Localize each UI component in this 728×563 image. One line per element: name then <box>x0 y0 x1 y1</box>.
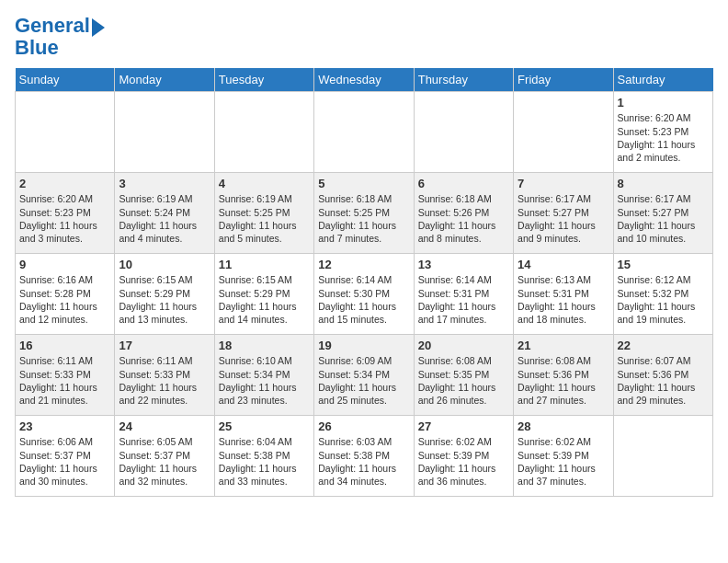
day-number: 5 <box>318 177 409 190</box>
calendar-cell: 8Sunrise: 6:17 AM Sunset: 5:27 PM Daylig… <box>613 173 712 254</box>
calendar-cell: 9Sunrise: 6:16 AM Sunset: 5:28 PM Daylig… <box>16 254 115 335</box>
calendar-cell: 21Sunrise: 6:08 AM Sunset: 5:36 PM Dayli… <box>514 335 613 416</box>
calendar-cell: 4Sunrise: 6:19 AM Sunset: 5:25 PM Daylig… <box>214 173 313 254</box>
day-info: Sunrise: 6:09 AM Sunset: 5:34 PM Dayligh… <box>318 354 409 407</box>
day-number: 24 <box>119 419 210 433</box>
calendar-cell: 27Sunrise: 6:02 AM Sunset: 5:39 PM Dayli… <box>414 416 513 497</box>
calendar-cell: 12Sunrise: 6:14 AM Sunset: 5:30 PM Dayli… <box>314 254 414 335</box>
logo-text: General <box>15 15 90 37</box>
calendar-cell: 15Sunrise: 6:12 AM Sunset: 5:32 PM Dayli… <box>613 254 712 335</box>
calendar-cell: 26Sunrise: 6:03 AM Sunset: 5:38 PM Dayli… <box>314 416 414 497</box>
calendar-cell: 25Sunrise: 6:04 AM Sunset: 5:38 PM Dayli… <box>214 416 313 497</box>
day-number: 15 <box>618 258 709 271</box>
calendar-cell <box>214 92 313 173</box>
day-number: 4 <box>219 177 310 190</box>
calendar-header-row: SundayMondayTuesdayWednesdayThursdayFrid… <box>16 68 713 92</box>
calendar-cell: 5Sunrise: 6:18 AM Sunset: 5:25 PM Daylig… <box>314 173 414 254</box>
day-info: Sunrise: 6:02 AM Sunset: 5:39 PM Dayligh… <box>418 435 509 488</box>
day-info: Sunrise: 6:08 AM Sunset: 5:36 PM Dayligh… <box>518 354 609 407</box>
day-number: 16 <box>19 339 110 352</box>
col-header-wednesday: Wednesday <box>314 68 414 92</box>
calendar-cell: 11Sunrise: 6:15 AM Sunset: 5:29 PM Dayli… <box>214 254 313 335</box>
calendar-cell <box>514 92 613 173</box>
day-number: 20 <box>418 339 509 352</box>
day-info: Sunrise: 6:16 AM Sunset: 5:28 PM Dayligh… <box>19 273 110 326</box>
col-header-tuesday: Tuesday <box>214 68 313 92</box>
calendar-cell: 14Sunrise: 6:13 AM Sunset: 5:31 PM Dayli… <box>514 254 613 335</box>
calendar-cell <box>613 416 712 497</box>
calendar-cell: 20Sunrise: 6:08 AM Sunset: 5:35 PM Dayli… <box>414 335 513 416</box>
calendar-cell: 18Sunrise: 6:10 AM Sunset: 5:34 PM Dayli… <box>214 335 313 416</box>
day-info: Sunrise: 6:13 AM Sunset: 5:31 PM Dayligh… <box>518 273 609 326</box>
page-header: General Blue <box>15 15 713 59</box>
calendar-cell <box>16 92 115 173</box>
day-info: Sunrise: 6:17 AM Sunset: 5:27 PM Dayligh… <box>518 192 609 245</box>
day-info: Sunrise: 6:14 AM Sunset: 5:30 PM Dayligh… <box>318 273 409 326</box>
calendar-week-row: 16Sunrise: 6:11 AM Sunset: 5:33 PM Dayli… <box>16 335 713 416</box>
day-info: Sunrise: 6:15 AM Sunset: 5:29 PM Dayligh… <box>219 273 310 326</box>
day-info: Sunrise: 6:12 AM Sunset: 5:32 PM Dayligh… <box>618 273 709 326</box>
day-number: 27 <box>418 419 509 433</box>
calendar-cell: 24Sunrise: 6:05 AM Sunset: 5:37 PM Dayli… <box>115 416 214 497</box>
day-number: 25 <box>219 419 310 433</box>
day-info: Sunrise: 6:19 AM Sunset: 5:25 PM Dayligh… <box>219 192 310 245</box>
calendar-week-row: 1Sunrise: 6:20 AM Sunset: 5:23 PM Daylig… <box>16 92 713 173</box>
day-info: Sunrise: 6:14 AM Sunset: 5:31 PM Dayligh… <box>418 273 509 326</box>
day-info: Sunrise: 6:05 AM Sunset: 5:37 PM Dayligh… <box>119 435 210 488</box>
day-info: Sunrise: 6:19 AM Sunset: 5:24 PM Dayligh… <box>119 192 210 245</box>
calendar-cell: 1Sunrise: 6:20 AM Sunset: 5:23 PM Daylig… <box>613 92 712 173</box>
logo-general: General <box>15 14 90 37</box>
calendar-week-row: 23Sunrise: 6:06 AM Sunset: 5:37 PM Dayli… <box>16 416 713 497</box>
calendar-cell: 7Sunrise: 6:17 AM Sunset: 5:27 PM Daylig… <box>514 173 613 254</box>
day-number: 9 <box>19 258 110 271</box>
day-info: Sunrise: 6:06 AM Sunset: 5:37 PM Dayligh… <box>19 435 110 488</box>
day-info: Sunrise: 6:20 AM Sunset: 5:23 PM Dayligh… <box>19 192 110 245</box>
day-number: 7 <box>518 177 609 190</box>
day-number: 13 <box>418 258 509 271</box>
day-number: 17 <box>119 339 210 352</box>
calendar-cell: 23Sunrise: 6:06 AM Sunset: 5:37 PM Dayli… <box>16 416 115 497</box>
day-info: Sunrise: 6:18 AM Sunset: 5:25 PM Dayligh… <box>318 192 409 245</box>
day-info: Sunrise: 6:07 AM Sunset: 5:36 PM Dayligh… <box>618 354 709 407</box>
col-header-thursday: Thursday <box>414 68 513 92</box>
logo-blue: Blue <box>15 37 105 59</box>
day-number: 14 <box>518 258 609 271</box>
day-number: 11 <box>219 258 310 271</box>
day-info: Sunrise: 6:15 AM Sunset: 5:29 PM Dayligh… <box>119 273 210 326</box>
calendar-cell: 3Sunrise: 6:19 AM Sunset: 5:24 PM Daylig… <box>115 173 214 254</box>
day-info: Sunrise: 6:10 AM Sunset: 5:34 PM Dayligh… <box>219 354 310 407</box>
day-number: 10 <box>119 258 210 271</box>
day-info: Sunrise: 6:20 AM Sunset: 5:23 PM Dayligh… <box>618 111 709 164</box>
calendar-table: SundayMondayTuesdayWednesdayThursdayFrid… <box>15 68 713 497</box>
calendar-cell: 28Sunrise: 6:02 AM Sunset: 5:39 PM Dayli… <box>514 416 613 497</box>
day-info: Sunrise: 6:11 AM Sunset: 5:33 PM Dayligh… <box>19 354 110 407</box>
day-info: Sunrise: 6:18 AM Sunset: 5:26 PM Dayligh… <box>418 192 509 245</box>
day-number: 12 <box>318 258 409 271</box>
day-info: Sunrise: 6:17 AM Sunset: 5:27 PM Dayligh… <box>618 192 709 245</box>
day-number: 18 <box>219 339 310 352</box>
day-number: 1 <box>618 96 709 109</box>
day-number: 22 <box>618 339 709 352</box>
day-number: 2 <box>19 177 110 190</box>
logo-arrow-icon <box>92 18 105 37</box>
calendar-week-row: 2Sunrise: 6:20 AM Sunset: 5:23 PM Daylig… <box>16 173 713 254</box>
day-info: Sunrise: 6:03 AM Sunset: 5:38 PM Dayligh… <box>318 435 409 488</box>
day-number: 19 <box>318 339 409 352</box>
col-header-sunday: Sunday <box>16 68 115 92</box>
day-number: 28 <box>518 419 609 433</box>
calendar-cell: 13Sunrise: 6:14 AM Sunset: 5:31 PM Dayli… <box>414 254 513 335</box>
calendar-cell <box>314 92 414 173</box>
calendar-cell: 17Sunrise: 6:11 AM Sunset: 5:33 PM Dayli… <box>115 335 214 416</box>
calendar-cell: 22Sunrise: 6:07 AM Sunset: 5:36 PM Dayli… <box>613 335 712 416</box>
calendar-cell: 10Sunrise: 6:15 AM Sunset: 5:29 PM Dayli… <box>115 254 214 335</box>
col-header-saturday: Saturday <box>613 68 712 92</box>
calendar-cell <box>115 92 214 173</box>
day-number: 21 <box>518 339 609 352</box>
col-header-monday: Monday <box>115 68 214 92</box>
day-info: Sunrise: 6:08 AM Sunset: 5:35 PM Dayligh… <box>418 354 509 407</box>
calendar-cell: 2Sunrise: 6:20 AM Sunset: 5:23 PM Daylig… <box>16 173 115 254</box>
calendar-cell <box>414 92 513 173</box>
day-info: Sunrise: 6:11 AM Sunset: 5:33 PM Dayligh… <box>119 354 210 407</box>
day-info: Sunrise: 6:02 AM Sunset: 5:39 PM Dayligh… <box>518 435 609 488</box>
calendar-week-row: 9Sunrise: 6:16 AM Sunset: 5:28 PM Daylig… <box>16 254 713 335</box>
